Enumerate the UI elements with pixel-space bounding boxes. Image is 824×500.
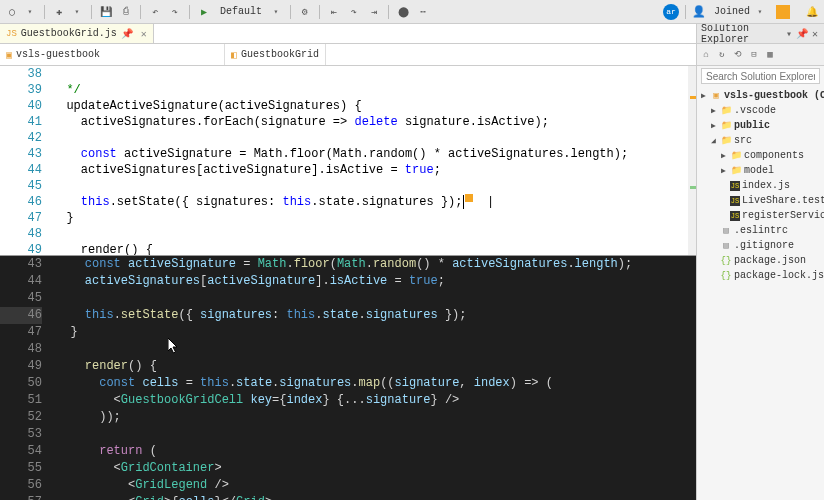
step-over-icon[interactable]: ↷ bbox=[346, 4, 362, 20]
sol-refresh-icon[interactable]: ↻ bbox=[715, 48, 729, 62]
file-tab-guestbookgrid[interactable]: JS GuestbookGrid.js 📌 ✕ bbox=[0, 24, 154, 43]
code-line[interactable] bbox=[52, 178, 696, 194]
code-line[interactable]: <GuestbookGridCell key={index} {...signa… bbox=[56, 392, 696, 409]
nav-symbol-selector[interactable]: ◧ GuestbookGrid bbox=[225, 44, 326, 65]
tree-node[interactable]: JSregisterServiceWor bbox=[697, 208, 824, 223]
breakpoint-icon[interactable]: ⬤ bbox=[395, 4, 411, 20]
js-icon: JS bbox=[730, 196, 740, 206]
code-line[interactable]: activeSignatures[activeSignature].isActi… bbox=[52, 162, 696, 178]
toolbar-tool-icon[interactable]: ⚙ bbox=[297, 4, 313, 20]
tree-expander-icon[interactable]: ▶ bbox=[701, 91, 710, 100]
save-icon[interactable]: 💾 bbox=[98, 4, 114, 20]
liveshare-participant-badge[interactable] bbox=[776, 5, 790, 19]
line-number: 52 bbox=[0, 409, 42, 426]
code-line[interactable]: const activeSignature = Math.floor(Math.… bbox=[56, 256, 696, 273]
tree-node[interactable]: ▤.eslintrc bbox=[697, 223, 824, 238]
sol-sync-icon[interactable]: ⟲ bbox=[731, 48, 745, 62]
tree-node[interactable]: ▶📁components bbox=[697, 148, 824, 163]
tree-node-label: .gitignore bbox=[732, 240, 794, 251]
code-line[interactable]: render() { bbox=[52, 242, 696, 255]
folder-icon: 📁 bbox=[720, 105, 732, 116]
nav-back-icon[interactable]: ◯ bbox=[4, 4, 20, 20]
new-item-icon[interactable]: ✚ bbox=[51, 4, 67, 20]
code-line[interactable]: this.setState({ signatures: this.state.s… bbox=[56, 307, 696, 324]
panel-dropdown-icon[interactable]: ▾ bbox=[784, 28, 794, 40]
tree-expander-icon[interactable]: ▶ bbox=[721, 166, 730, 175]
liveshare-status-icon[interactable]: 👤 bbox=[692, 5, 706, 18]
tree-node[interactable]: JSindex.js bbox=[697, 178, 824, 193]
tree-node-label: index.js bbox=[740, 180, 790, 191]
nav-project-selector[interactable]: ▣ vsls-guestbook bbox=[0, 44, 225, 65]
tree-node[interactable]: ▶📁.vscode bbox=[697, 103, 824, 118]
code-line[interactable]: const activeSignature = Math.floor(Math.… bbox=[52, 146, 696, 162]
tree-expander-icon[interactable]: ▶ bbox=[711, 106, 720, 115]
nav-back-dropdown[interactable]: ▾ bbox=[22, 4, 38, 20]
undo-icon[interactable]: ↶ bbox=[147, 4, 163, 20]
tree-node[interactable]: ▶📁public bbox=[697, 118, 824, 133]
line-number: 45 bbox=[0, 178, 42, 194]
code-line[interactable]: render() { bbox=[56, 358, 696, 375]
code-line[interactable] bbox=[52, 66, 696, 82]
code-line[interactable]: <GridLegend /> bbox=[56, 477, 696, 494]
redo-icon[interactable]: ↷ bbox=[167, 4, 183, 20]
code-line[interactable] bbox=[56, 290, 696, 307]
panel-close-icon[interactable]: ✕ bbox=[810, 28, 820, 40]
file-icon: ▤ bbox=[720, 240, 732, 251]
notifications-icon[interactable]: 🔔 bbox=[804, 4, 820, 20]
code-line[interactable]: this.setState({ signatures: this.state.s… bbox=[52, 194, 696, 210]
code-line[interactable]: */ bbox=[52, 82, 696, 98]
code-line[interactable]: const cells = this.state.signatures.map(… bbox=[56, 375, 696, 392]
debug-config-label[interactable]: Default bbox=[216, 6, 266, 17]
step-into-icon[interactable]: ⇤ bbox=[326, 4, 342, 20]
tree-node[interactable]: ▶📁model bbox=[697, 163, 824, 178]
code-line[interactable]: } bbox=[56, 324, 696, 341]
debug-config-dropdown[interactable]: ▾ bbox=[268, 4, 284, 20]
step-out-icon[interactable]: ⇥ bbox=[366, 4, 382, 20]
tree-node[interactable]: {}package.json bbox=[697, 253, 824, 268]
tree-node[interactable]: ▤.gitignore bbox=[697, 238, 824, 253]
tree-node[interactable]: ▶▣vsls-guestbook (C:\Users bbox=[697, 88, 824, 103]
code-line[interactable]: <GridContainer> bbox=[56, 460, 696, 477]
code-line[interactable]: return ( bbox=[56, 443, 696, 460]
tree-expander-icon[interactable]: ▶ bbox=[711, 121, 720, 130]
code-line[interactable]: )); bbox=[56, 409, 696, 426]
tree-node-label: package.json bbox=[732, 255, 806, 266]
save-all-icon[interactable]: ⎙ bbox=[118, 4, 134, 20]
sol-home-icon[interactable]: ⌂ bbox=[699, 48, 713, 62]
tree-node[interactable]: JSLiveShare.test.js bbox=[697, 193, 824, 208]
nav-symbol-label: GuestbookGrid bbox=[241, 49, 319, 60]
solution-explorer-panel: Solution Explorer ▾ 📌 ✕ ⌂ ↻ ⟲ ⊟ ▦ ▶▣vsls… bbox=[696, 24, 824, 500]
start-debug-icon[interactable]: ▶ bbox=[196, 4, 212, 20]
sol-collapse-icon[interactable]: ⊟ bbox=[747, 48, 761, 62]
code-line[interactable] bbox=[56, 341, 696, 358]
line-number: 51 bbox=[0, 392, 42, 409]
solution-explorer-toolbar: ⌂ ↻ ⟲ ⊟ ▦ bbox=[697, 44, 824, 66]
toolbar-more-icon[interactable]: ⋯ bbox=[415, 4, 431, 20]
panel-pin-icon[interactable]: 📌 bbox=[794, 28, 810, 40]
folder-icon: 📁 bbox=[730, 150, 742, 161]
code-line[interactable] bbox=[52, 130, 696, 146]
editor-pane-vscode[interactable]: 434445464748495051525354555657 const act… bbox=[0, 256, 696, 500]
liveshare-user-avatar[interactable]: ar bbox=[663, 4, 679, 20]
tree-node[interactable]: {}package-lock.json bbox=[697, 268, 824, 283]
tree-expander-icon[interactable]: ◢ bbox=[711, 136, 720, 145]
sol-showall-icon[interactable]: ▦ bbox=[763, 48, 777, 62]
code-line[interactable] bbox=[52, 226, 696, 242]
code-line[interactable]: } bbox=[52, 210, 696, 226]
tree-node[interactable]: ◢📁src bbox=[697, 133, 824, 148]
code-line[interactable] bbox=[56, 426, 696, 443]
code-line[interactable]: <Grid>{cells}</Grid> bbox=[56, 494, 696, 500]
scroll-marker-bar[interactable] bbox=[688, 66, 696, 255]
liveshare-dropdown-icon[interactable]: ▾ bbox=[752, 4, 768, 20]
new-item-dropdown[interactable]: ▾ bbox=[69, 4, 85, 20]
solution-search-input[interactable] bbox=[701, 68, 820, 84]
editor-pane-visualstudio[interactable]: 383940414243444546474849505152 */ update… bbox=[0, 66, 696, 256]
code-line[interactable]: activeSignatures[activeSignature].isActi… bbox=[56, 273, 696, 290]
code-line[interactable]: activeSignatures.forEach(signature => de… bbox=[52, 114, 696, 130]
tab-close-icon[interactable]: ✕ bbox=[141, 28, 147, 40]
code-area[interactable]: */ updateActiveSignature(activeSignature… bbox=[52, 66, 696, 255]
code-area-dark[interactable]: const activeSignature = Math.floor(Math.… bbox=[56, 256, 696, 500]
tab-pin-icon[interactable]: 📌 bbox=[121, 28, 133, 40]
tree-expander-icon[interactable]: ▶ bbox=[721, 151, 730, 160]
code-line[interactable]: updateActiveSignature(activeSignatures) … bbox=[52, 98, 696, 114]
